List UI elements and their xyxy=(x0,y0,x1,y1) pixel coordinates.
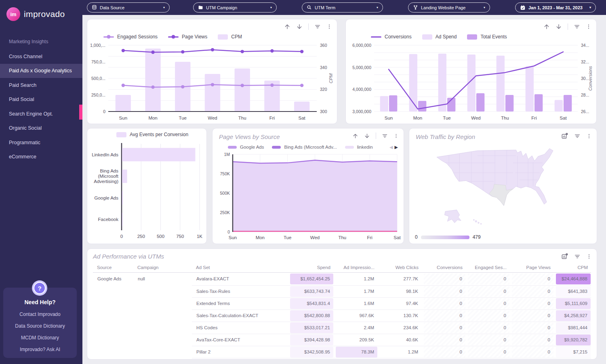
legend-next-icon[interactable]: ▶ xyxy=(395,145,398,150)
cell-conversions[interactable]: 0 xyxy=(424,322,465,333)
cell-conversions[interactable]: 0 xyxy=(424,298,465,309)
more-options-icon[interactable] xyxy=(393,133,399,139)
legend-item-cpm[interactable]: CPM xyxy=(218,34,242,40)
filter-data-source[interactable]: Data Source ▾ xyxy=(87,2,170,13)
cell-page-views[interactable]: 0 xyxy=(512,274,553,284)
filter-utm-campaign[interactable]: UTM Campaign ▾ xyxy=(193,2,277,13)
more-options-icon[interactable] xyxy=(586,23,591,30)
cell-conversions[interactable]: 0 xyxy=(424,347,465,358)
legend-item-bing-ads-microsoft-adv[interactable]: Bing Ads (Microsoft Adv... xyxy=(272,145,337,149)
cell-spend[interactable]: $1,652,454.25 xyxy=(290,274,333,284)
filter-icon[interactable] xyxy=(574,23,580,30)
help-link-data-source-dictionary[interactable]: Data Source Dictionary xyxy=(3,323,77,329)
column-header-campaign[interactable]: Campaign xyxy=(133,263,192,273)
chart-settings-icon[interactable] xyxy=(561,253,568,260)
cell-web-clicks[interactable]: 277.7K xyxy=(380,274,421,284)
sidebar-item-programmatic[interactable]: Programmatic xyxy=(0,135,82,150)
column-header-page-views[interactable]: Page Views xyxy=(511,263,555,273)
cell-ad-set[interactable]: Sales-Tax-Calculation-EXACT xyxy=(193,310,288,321)
cell-ad-impressio[interactable]: 209.5K xyxy=(336,335,377,345)
cell-engaged-ses[interactable]: 0 xyxy=(468,286,509,297)
cell-cpm[interactable]: $9,920,782 xyxy=(556,335,591,345)
filter-icon[interactable] xyxy=(314,23,321,30)
filter-utm-term[interactable]: UTM Term ▾ xyxy=(302,2,383,13)
arrow-up-icon[interactable] xyxy=(284,23,290,30)
cell-spend[interactable]: $533,017.21 xyxy=(290,322,333,333)
sidebar-item-cross-channel[interactable]: Cross Channel xyxy=(0,49,82,64)
cell-page-views[interactable]: 0 xyxy=(512,298,553,309)
cell-web-clicks[interactable]: 98.1K xyxy=(380,286,421,297)
cell-cpm[interactable]: $641,383 xyxy=(556,286,591,297)
improvado-logo[interactable]: im improvado xyxy=(6,7,65,21)
cell-spend[interactable]: $542,800.88 xyxy=(290,310,333,321)
more-options-icon[interactable] xyxy=(586,253,592,260)
legend-item-engaged-sessions[interactable]: Engaged Sessions xyxy=(103,34,158,40)
cell-spend[interactable]: $394,428.98 xyxy=(290,335,333,345)
arrow-down-icon[interactable] xyxy=(296,23,303,30)
sidebar-item-search-engine-opt[interactable]: Search Engine Opt. xyxy=(0,107,82,121)
help-link-improvado-ask-ai[interactable]: Improvado? Ask AI xyxy=(3,347,77,352)
legend-item-ad-spend[interactable]: Ad Spend xyxy=(422,34,457,40)
sidebar-scrollbar-thumb[interactable] xyxy=(79,105,82,120)
cell-engaged-ses[interactable]: 0 xyxy=(468,274,509,284)
cell-web-clicks[interactable]: 97.4K xyxy=(380,298,421,309)
cell-cpm[interactable]: $4,258,927 xyxy=(556,310,591,321)
cell-conversions[interactable]: 0 xyxy=(424,310,465,321)
legend-item-linkedin[interactable]: linkedin xyxy=(345,145,373,149)
cell-web-clicks[interactable]: 40.6K xyxy=(380,335,421,345)
cell-page-views[interactable]: 0 xyxy=(512,310,553,321)
sidebar-item-paid-search[interactable]: Paid Search xyxy=(0,78,82,93)
cell-cpm[interactable]: $5,111,609 xyxy=(556,298,591,309)
cell-cpm[interactable]: $24,464,888 xyxy=(556,274,591,284)
more-options-icon[interactable] xyxy=(586,133,592,139)
sidebar-item-paid-ads-x-google-analytics[interactable]: Paid Ads x Google Analytics xyxy=(0,64,82,78)
help-link-contact-improvado[interactable]: Contact Improvado xyxy=(3,311,77,317)
legend-item-avg-events-per-conversion[interactable]: Avg Events per Conversion xyxy=(116,132,188,137)
us-choropleth-map[interactable] xyxy=(414,141,594,227)
legend-item-page-views[interactable]: Page Views xyxy=(168,34,207,40)
legend-item-google-ads[interactable]: Google Ads xyxy=(228,145,264,149)
cell-ad-impressio[interactable]: 967.6K xyxy=(336,310,377,321)
cell-ad-set[interactable]: Pillar 2 xyxy=(193,347,288,358)
cell-ad-impressio[interactable]: 1.6M xyxy=(336,298,377,309)
cell-cpm[interactable]: $7,215 xyxy=(556,347,591,358)
cell-conversions[interactable]: 0 xyxy=(424,286,465,297)
filter-icon[interactable] xyxy=(574,253,581,260)
cell-ad-set[interactable]: HS Codes xyxy=(193,322,288,333)
arrow-up-icon[interactable] xyxy=(352,133,358,139)
cell-conversions[interactable]: 0 xyxy=(424,335,465,345)
cell-page-views[interactable]: 0 xyxy=(512,335,553,345)
cell-engaged-ses[interactable]: 0 xyxy=(468,335,509,345)
column-header-source[interactable]: Source xyxy=(93,263,133,273)
column-header-ad-impressio[interactable]: Ad Impressio... xyxy=(335,263,379,273)
column-header-web-clicks[interactable]: Web Clicks xyxy=(379,263,423,273)
cell-web-clicks[interactable]: 234.6K xyxy=(380,322,421,333)
arrow-down-icon[interactable] xyxy=(364,133,370,139)
cell-campaign[interactable]: null xyxy=(135,273,191,285)
cell-ad-impressio[interactable]: 2.4M xyxy=(336,322,377,333)
question-icon[interactable]: ? xyxy=(32,280,47,296)
cell-engaged-ses[interactable]: 0 xyxy=(468,310,509,321)
cell-web-clicks[interactable]: 1.2M xyxy=(380,347,421,358)
cell-ad-impressio[interactable]: 1.7M xyxy=(336,286,377,297)
cell-engaged-ses[interactable]: 0 xyxy=(468,322,509,333)
filter-icon[interactable] xyxy=(382,133,388,139)
cell-page-views[interactable]: 0 xyxy=(512,286,553,297)
column-header-spend[interactable]: Spend xyxy=(289,263,335,273)
column-header-ad-set[interactable]: Ad Set xyxy=(192,263,289,273)
chart-settings-icon[interactable] xyxy=(561,133,568,140)
cell-engaged-ses[interactable]: 0 xyxy=(468,298,509,309)
column-header-cpm[interactable]: CPM xyxy=(555,263,591,273)
cell-conversions[interactable]: 0 xyxy=(424,274,465,284)
cell-engaged-ses[interactable]: 0 xyxy=(468,347,509,358)
column-header-engaged-ses[interactable]: Engaged Ses... xyxy=(467,263,511,273)
filter-date-range[interactable]: Jan 1, 2023 - Mar 31, 2023 ▾ xyxy=(515,2,596,13)
cell-ad-set[interactable]: Sales-Tax-Rules xyxy=(193,286,288,297)
cell-ad-set[interactable]: AvaTax-Core-EXACT xyxy=(193,335,288,345)
column-header-conversions[interactable]: Conversions xyxy=(423,263,467,273)
cell-web-clicks[interactable]: 130.7K xyxy=(380,310,421,321)
sidebar-item-organic-social[interactable]: Organic Social xyxy=(0,121,82,136)
arrow-down-icon[interactable] xyxy=(556,23,562,30)
sidebar-item-paid-social[interactable]: Paid Social xyxy=(0,93,82,107)
cell-source[interactable]: Google Ads xyxy=(94,273,132,285)
